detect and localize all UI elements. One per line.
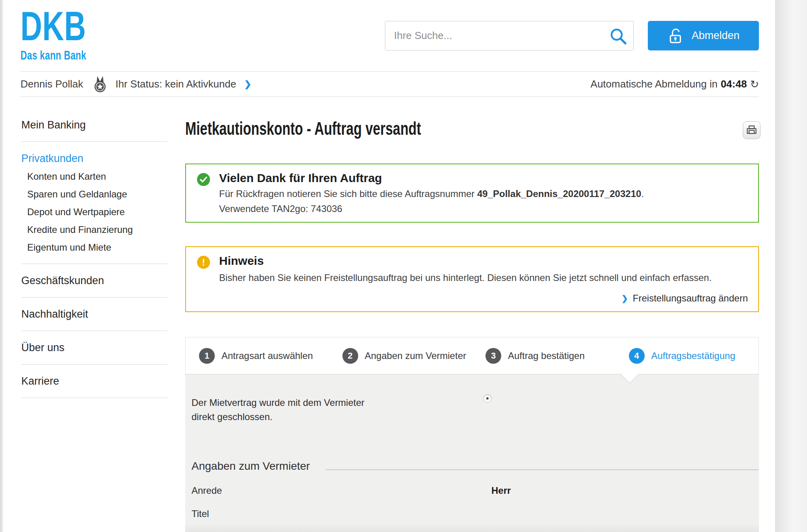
vermieter-section-heading: Angaben zum Vermieter [192,460,310,472]
check-icon [197,173,210,186]
search-icon[interactable] [609,27,628,46]
auto-logout-time: 04:48 [721,78,747,90]
step-2-circle: 2 [342,348,358,364]
direct-contract-radio[interactable] [483,394,492,403]
sidebar-item-privatkunden[interactable]: Privatkunden [21,149,167,167]
freistellungsauftrag-link-label: Freistellungsauftrag ändern [633,293,748,304]
page-title: Mietkautionskonto - Auftrag versandt [185,117,421,139]
print-button[interactable] [743,121,761,139]
dkb-logo-tagline: Das kann Bank [20,48,86,63]
unlock-icon [667,28,684,44]
titel-label: Titel [192,508,209,519]
contract-statement-line2: direkt geschlossen. [192,411,272,422]
section-divider [325,469,759,470]
status-bar: Dennis Pollak Ihr Status: kein Aktivkund… [20,71,759,97]
sidebar-item-kredite-und-finanzierung[interactable]: Kredite und Finanzierung [21,221,167,238]
sidebar-item-sparen-und-geldanlage[interactable]: Sparen und Geldanlage [21,185,167,203]
sidebar-nav: Mein Banking Privatkunden Konten und Kar… [21,97,167,398]
step-wizard: 1 Antragsart auswählen 2 Angaben zum Ver… [185,337,759,374]
confirmation-panel: Der Mietvertrag wurde mit dem Vermieter … [185,374,759,532]
success-order-line: Für Rückfragen notieren Sie sich bitte d… [219,188,644,199]
sidebar-divider [21,331,167,331]
freistellungsauftrag-link[interactable]: ❯ Freistellungsauftrag ändern [621,293,748,304]
chevron-right-icon: ❯ [621,294,628,303]
step-1-label: Antragsart auswählen [221,350,313,361]
sidebar-divider [21,264,167,264]
alert-icon: ! [197,256,210,269]
window-edge-right [775,0,807,532]
success-message-box: Vielen Dank für Ihren Auftrag Für Rückfr… [185,164,759,223]
hint-message-box: ! Hinweis Bisher haben Sie keinen Freist… [185,246,759,312]
step-3-circle: 3 [485,348,501,364]
anrede-value: Herr [491,485,511,496]
sidebar-item-mein-banking[interactable]: Mein Banking [21,116,167,134]
sidebar-item-nachhaltigkeit[interactable]: Nachhaltigkeit [21,305,167,323]
wizard-step-4-active[interactable]: 4 Auftragsbestätigung [615,337,759,374]
sidebar-divider [21,297,167,298]
sidebar-divider [21,141,167,142]
printer-icon [746,125,757,136]
customer-status-label: Ihr Status: kein Aktivkunde [115,78,236,90]
sidebar-item-eigentum-und-miete[interactable]: Eigentum und Miete [21,238,167,256]
sidebar-item-depot-und-wertpapiere[interactable]: Depot und Wertpapiere [21,203,167,221]
hint-body: Bisher haben Sie keinen Freistellungsauf… [219,272,712,283]
step-1-circle: 1 [199,348,215,364]
search-box [385,21,634,50]
tan-line: Verwendete TAN2go: 743036 [219,203,342,214]
dkb-banking-page: DKB Das kann Bank Abmelden Dennis Pollak [0,0,807,532]
dkb-logo[interactable]: DKB Das kann Bank [20,9,86,63]
contract-statement-line1: Der Mietvertrag wurde mit dem Vermieter [192,397,364,408]
logout-button[interactable]: Abmelden [648,21,759,50]
auto-logout-prefix: Automatische Abmeldung in [591,78,718,90]
wizard-step-1[interactable]: 1 Antragsart auswählen [186,337,329,374]
step-4-label: Auftragsbestätigung [651,350,735,361]
sidebar-divider [21,364,167,365]
user-name: Dennis Pollak [20,78,83,90]
step-3-label: Auftrag bestätigen [508,350,585,361]
sidebar-item-karriere[interactable]: Karriere [21,372,167,390]
refresh-icon[interactable]: ↻ [750,78,759,91]
anrede-label: Anrede [192,485,222,496]
customer-status-link[interactable]: Ihr Status: kein Aktivkunde ❯ [92,75,251,93]
order-number: 49_Pollak_Dennis_20200117_203210 [477,188,641,199]
sidebar-item-ueber-uns[interactable]: Über uns [21,339,167,357]
sidebar-divider [21,398,167,398]
step-4-circle: 4 [629,348,645,364]
order-line-prefix: Für Rückfragen notieren Sie sich bitte d… [219,188,477,199]
medal-icon [92,75,108,93]
step-2-label: Angaben zum Vermieter [365,350,466,361]
chevron-right-icon: ❯ [244,79,251,89]
order-line-suffix: . [641,188,644,199]
wizard-step-3[interactable]: 3 Auftrag bestätigen [472,337,615,374]
sidebar-item-geschaeftskunden[interactable]: Geschäftskunden [21,272,167,290]
sidebar-item-konten-und-karten[interactable]: Konten und Karten [21,167,167,185]
auto-logout-timer: Automatische Abmeldung in 04:48 ↻ [591,78,759,91]
wizard-step-2[interactable]: 2 Angaben zum Vermieter [329,337,472,374]
logout-button-label: Abmelden [692,30,740,42]
dkb-logo-text: DKB [20,9,86,43]
success-heading: Vielen Dank für Ihren Auftrag [219,171,382,185]
search-input[interactable] [385,21,633,50]
window-edge-left [0,0,4,532]
hint-heading: Hinweis [219,254,264,268]
